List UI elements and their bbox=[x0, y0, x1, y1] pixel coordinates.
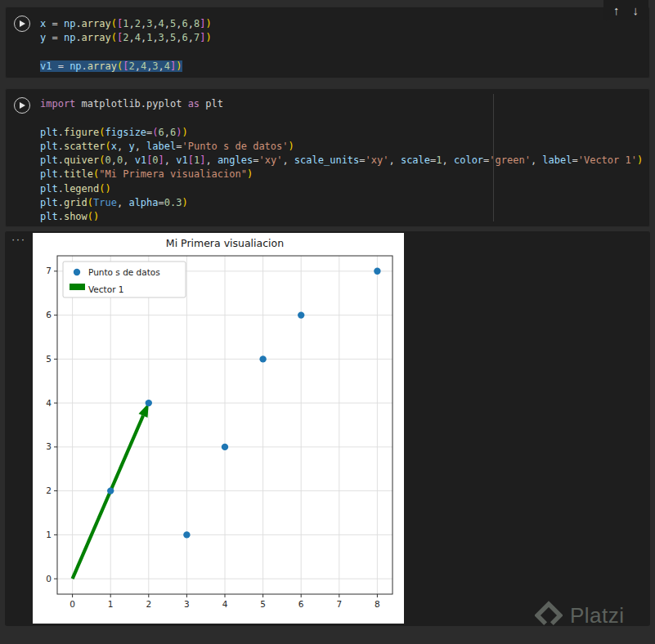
svg-text:4: 4 bbox=[222, 599, 228, 609]
svg-text:5: 5 bbox=[260, 599, 266, 609]
svg-text:1: 1 bbox=[108, 599, 114, 609]
platzi-watermark: Platzi bbox=[535, 600, 625, 631]
svg-text:8: 8 bbox=[375, 599, 380, 609]
output-cell: ··· 01234567801234567Mi Primera visualia… bbox=[5, 231, 650, 626]
svg-text:3: 3 bbox=[184, 599, 190, 609]
move-cell-down-button[interactable]: ↓ bbox=[633, 4, 639, 16]
svg-text:2: 2 bbox=[46, 485, 52, 495]
move-cell-up-button[interactable]: ↑ bbox=[613, 4, 620, 16]
plot-figure: 01234567801234567Mi Primera visualiacion… bbox=[33, 233, 404, 624]
platzi-logo-icon bbox=[535, 600, 563, 631]
svg-text:5: 5 bbox=[46, 354, 52, 364]
code-cell-2: import matplotlib.pyplot as plt plt.figu… bbox=[5, 88, 650, 227]
svg-text:7: 7 bbox=[336, 599, 342, 609]
svg-text:7: 7 bbox=[46, 266, 52, 275]
code-lines-1[interactable]: x = np.array([1,2,3,4,5,6,8])y = np.arra… bbox=[40, 7, 649, 74]
svg-text:6: 6 bbox=[46, 310, 52, 320]
svg-text:1: 1 bbox=[46, 530, 52, 539]
svg-text:3: 3 bbox=[46, 441, 52, 451]
run-cell-1-button[interactable] bbox=[14, 16, 30, 32]
svg-text:Punto s de datos: Punto s de datos bbox=[88, 267, 160, 277]
code-lines-2[interactable]: import matplotlib.pyplot as plt plt.figu… bbox=[40, 89, 649, 225]
svg-text:Mi Primera visualiacion: Mi Primera visualiacion bbox=[166, 237, 284, 249]
play-icon bbox=[20, 20, 25, 27]
svg-text:0: 0 bbox=[70, 599, 75, 609]
svg-text:4: 4 bbox=[46, 398, 52, 408]
output-menu-button[interactable]: ··· bbox=[11, 233, 26, 245]
run-cell-2-button[interactable] bbox=[14, 97, 30, 114]
svg-text:6: 6 bbox=[298, 599, 304, 609]
svg-text:2: 2 bbox=[146, 599, 151, 609]
watermark-text: Platzi bbox=[570, 603, 625, 628]
svg-text:Vector 1: Vector 1 bbox=[88, 284, 123, 294]
cell-toolbar: ↑ ↓ bbox=[603, 0, 648, 20]
svg-text:0: 0 bbox=[46, 574, 52, 584]
play-icon bbox=[20, 102, 25, 109]
code-cell-1: x = np.array([1,2,3,4,5,6,8])y = np.arra… bbox=[5, 7, 650, 78]
